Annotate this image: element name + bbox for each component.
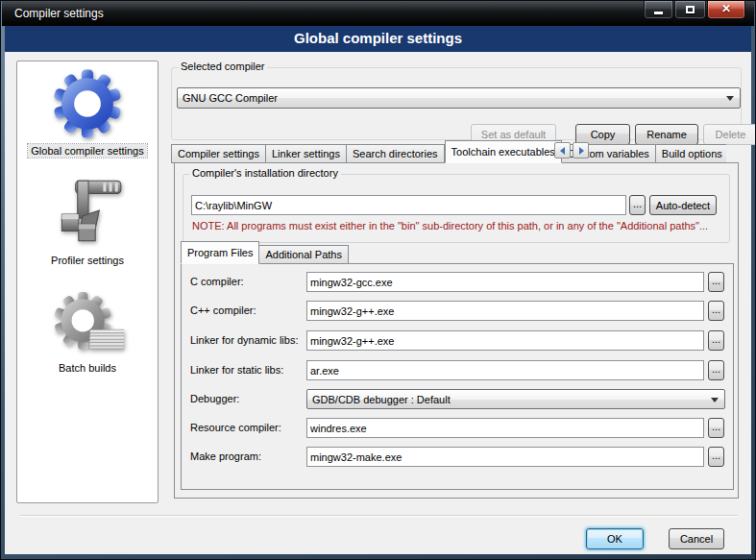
c++-compiler-input[interactable] — [306, 301, 704, 321]
settings-tab-strip: Compiler settingsLinker settingsSearch d… — [171, 140, 726, 163]
browse-dots-button[interactable]: ... — [708, 360, 724, 380]
sidebar-item-label: Batch builds — [56, 361, 119, 375]
subtab-additional-paths[interactable]: Additional Paths — [259, 245, 349, 264]
page-title: Global compiler settings — [5, 26, 751, 52]
minimize-button[interactable] — [644, 1, 673, 19]
linker-for-dynamic-libs-input[interactable] — [306, 330, 704, 351]
program-files-panel: C compiler:...C++ compiler:...Linker for… — [181, 263, 734, 490]
tab-scroll-left-icon — [560, 147, 565, 155]
field-label: Resource compiler: — [190, 418, 281, 438]
maximize-button[interactable] — [674, 1, 706, 19]
gear-blue-icon — [50, 65, 125, 142]
ok-button[interactable]: OK — [586, 528, 644, 549]
field-label: Debugger: — [190, 389, 239, 409]
compiler-select-value: GNU GCC Compiler — [183, 92, 278, 104]
make-program-input[interactable] — [306, 447, 704, 467]
field-label: Linker for static libs: — [190, 360, 283, 380]
tab-compiler-settings[interactable]: Compiler settings — [171, 144, 266, 163]
tab-linker-settings[interactable]: Linker settings — [266, 144, 347, 163]
close-icon: ✕ — [721, 2, 731, 15]
group-label: Compiler's installation directory — [189, 167, 341, 179]
field-label: C compiler: — [190, 272, 244, 292]
close-button[interactable]: ✕ — [707, 1, 745, 19]
gear-papers-icon — [51, 288, 124, 359]
debugger-dropdown[interactable]: GDB/CDB debugger : Default — [306, 389, 725, 409]
maximize-icon — [686, 6, 695, 13]
browse-directory-button[interactable]: ... — [629, 195, 646, 215]
browse-dots-button[interactable]: ... — [708, 418, 724, 438]
tab-search-directories[interactable]: Search directories — [347, 144, 445, 163]
compiler-select-dropdown[interactable]: GNU GCC Compiler — [177, 87, 741, 109]
settings-category-list: Global compiler settings Profiler settin… — [16, 61, 159, 503]
field-label: C++ compiler: — [190, 301, 256, 321]
browse-dots-button[interactable]: ... — [708, 301, 724, 321]
sidebar-item-label: Profiler settings — [48, 254, 127, 267]
chevron-down-icon — [711, 398, 719, 402]
cancel-button[interactable]: Cancel — [669, 528, 724, 549]
sidebar-item-profiler-settings[interactable]: Profiler settings — [17, 173, 158, 267]
browse-dots-button[interactable]: ... — [708, 272, 724, 292]
compiler-settings-window: Compiler settings ✕ Global compiler sett… — [0, 0, 756, 560]
linker-for-static-libs-input[interactable] — [306, 360, 704, 380]
c-compiler-input[interactable] — [306, 272, 704, 292]
sidebar-item-label: Global compiler settings — [28, 144, 146, 158]
browse-dots-button[interactable]: ... — [708, 330, 724, 351]
field-label: Linker for dynamic libs: — [190, 330, 299, 351]
auto-detect-button[interactable]: Auto-detect — [649, 195, 717, 215]
resource-compiler-input[interactable] — [306, 418, 704, 438]
minimize-icon — [654, 12, 663, 14]
title-bar[interactable]: Compiler settings ✕ — [2, 1, 754, 26]
tab-toolchain-executables[interactable]: Toolchain executables — [445, 140, 562, 163]
chevron-down-icon — [726, 96, 734, 101]
debugger-value: GDB/CDB debugger : Default — [312, 394, 451, 405]
bin-subdirectory-note: NOTE: All programs must exist either in … — [192, 220, 708, 231]
installation-directory-input[interactable] — [191, 195, 626, 215]
dialog-body: Global compiler settings Profiler settin… — [5, 52, 751, 554]
sidebar-item-global-compiler-settings[interactable]: Global compiler settings — [17, 65, 158, 158]
caliper-icon — [48, 173, 127, 252]
footer-divider — [20, 515, 738, 517]
browse-dots-button[interactable]: ... — [708, 447, 724, 467]
sidebar-item-batch-builds[interactable]: Batch builds — [17, 288, 158, 375]
program-files-tab-strip: Program FilesAdditional Paths — [181, 243, 349, 264]
tab-scroll-right-icon — [579, 147, 584, 155]
tab-scroll-left-button[interactable] — [554, 142, 571, 158]
subtab-program-files[interactable]: Program Files — [181, 241, 259, 264]
field-label: Make program: — [190, 447, 261, 467]
toolchain-executables-panel: Compiler's installation directory ... Au… — [174, 162, 739, 499]
tab-scroll-right-button[interactable] — [573, 142, 589, 158]
selected-compiler-group: Selected compiler GNU GCC Compiler Set a… — [171, 67, 742, 140]
installation-directory-group: Compiler's installation directory ... Au… — [183, 174, 730, 243]
tab-build-options[interactable]: Build options — [656, 144, 726, 163]
window-title: Compiler settings — [14, 7, 104, 20]
group-label: Selected compiler — [178, 61, 267, 72]
